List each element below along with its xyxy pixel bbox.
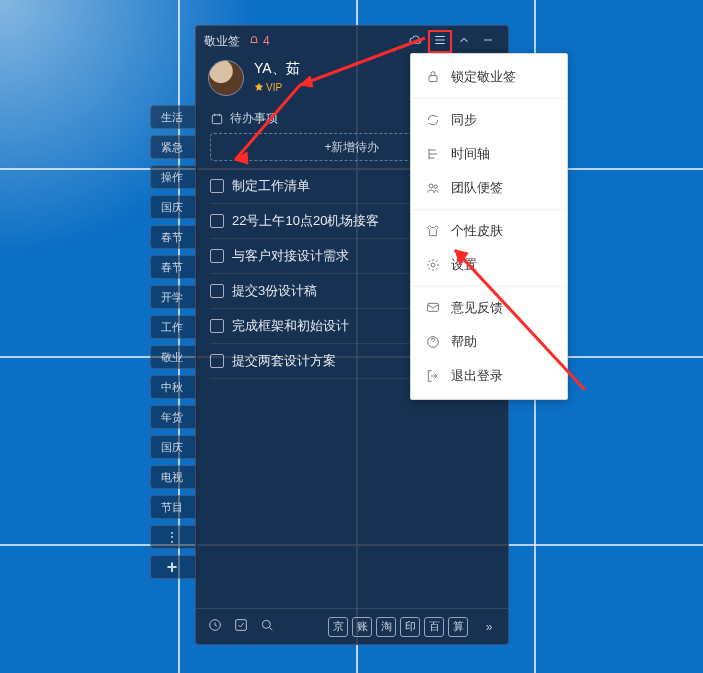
category-tab[interactable]: 节目 xyxy=(150,495,198,519)
avatar xyxy=(208,60,244,96)
menu-icon[interactable] xyxy=(428,30,452,53)
lock-icon xyxy=(425,69,441,85)
category-tab[interactable]: 操作 xyxy=(150,165,198,189)
menu-settings[interactable]: 设置 xyxy=(411,248,567,282)
shortcut-chip[interactable]: 百 xyxy=(424,617,444,637)
vip-badge: VIP xyxy=(254,82,282,93)
pin-icon[interactable] xyxy=(452,33,476,50)
titlebar: 敬业签 4 xyxy=(196,26,508,56)
timeline-icon xyxy=(425,146,441,162)
checkbox[interactable] xyxy=(210,284,224,298)
svg-point-7 xyxy=(431,263,435,267)
bottom-toolbar: 京账淘印百算 » xyxy=(196,608,508,644)
check-icon[interactable] xyxy=(232,617,250,636)
team-icon xyxy=(425,180,441,196)
todo-text: 制定工作清单 xyxy=(232,177,310,195)
checkbox[interactable] xyxy=(210,179,224,193)
shortcut-chip[interactable]: 印 xyxy=(400,617,420,637)
menu-lock[interactable]: 锁定敬业签 xyxy=(411,60,567,94)
clock-icon[interactable] xyxy=(206,617,224,636)
category-tabs: 生活紧急操作国庆春节春节开学工作敬业中秋年货国庆电视节目⋮+ xyxy=(150,105,198,579)
todo-text: 提交3份设计稿 xyxy=(232,282,317,300)
more-categories-icon[interactable]: ⋮ xyxy=(150,525,198,549)
app-title: 敬业签 xyxy=(204,33,240,50)
shortcut-chip[interactable]: 账 xyxy=(352,617,372,637)
category-tab[interactable]: 开学 xyxy=(150,285,198,309)
main-menu: 锁定敬业签 同步 时间轴 团队便签 个性皮肤 设置 意见反馈 帮助 退出登录 xyxy=(410,53,568,400)
sync-icon xyxy=(425,112,441,128)
checkbox[interactable] xyxy=(210,354,224,368)
user-name: YA、茹 xyxy=(254,60,300,78)
svg-rect-4 xyxy=(429,76,437,82)
todo-text: 提交两套设计方案 xyxy=(232,352,336,370)
expand-icon[interactable]: » xyxy=(480,620,498,634)
cloud-sync-icon[interactable] xyxy=(404,32,428,51)
notification-indicator[interactable]: 4 xyxy=(248,34,270,48)
category-tab[interactable]: 工作 xyxy=(150,315,198,339)
shortcut-chip[interactable]: 京 xyxy=(328,617,348,637)
svg-point-5 xyxy=(429,184,433,188)
svg-point-6 xyxy=(434,185,437,188)
gear-icon xyxy=(425,257,441,273)
svg-point-3 xyxy=(262,620,270,628)
category-tab[interactable]: 敬业 xyxy=(150,345,198,369)
help-icon xyxy=(425,334,441,350)
feedback-icon xyxy=(425,300,441,316)
menu-timeline[interactable]: 时间轴 xyxy=(411,137,567,171)
checkbox[interactable] xyxy=(210,214,224,228)
logout-icon xyxy=(425,368,441,384)
menu-feedback[interactable]: 意见反馈 xyxy=(411,291,567,325)
svg-rect-0 xyxy=(212,114,221,123)
search-icon[interactable] xyxy=(258,617,276,636)
category-tab[interactable]: 年货 xyxy=(150,405,198,429)
notification-count: 4 xyxy=(263,34,270,48)
todo-text: 完成框架和初始设计 xyxy=(232,317,349,335)
category-tab[interactable]: 生活 xyxy=(150,105,198,129)
todo-text: 与客户对接设计需求 xyxy=(232,247,349,265)
menu-logout[interactable]: 退出登录 xyxy=(411,359,567,393)
checkbox[interactable] xyxy=(210,319,224,333)
svg-rect-2 xyxy=(236,620,247,631)
category-tab[interactable]: 春节 xyxy=(150,255,198,279)
category-tab[interactable]: 春节 xyxy=(150,225,198,249)
menu-team[interactable]: 团队便签 xyxy=(411,171,567,205)
skin-icon xyxy=(425,223,441,239)
category-tab[interactable]: 中秋 xyxy=(150,375,198,399)
add-category-button[interactable]: + xyxy=(150,555,198,579)
shortcut-chip[interactable]: 算 xyxy=(448,617,468,637)
todo-text: 22号上午10点20机场接客 xyxy=(232,212,379,230)
menu-help[interactable]: 帮助 xyxy=(411,325,567,359)
shortcut-chip[interactable]: 淘 xyxy=(376,617,396,637)
checkbox[interactable] xyxy=(210,249,224,263)
category-tab[interactable]: 国庆 xyxy=(150,195,198,219)
category-tab[interactable]: 电视 xyxy=(150,465,198,489)
category-tab[interactable]: 紧急 xyxy=(150,135,198,159)
minimize-icon[interactable] xyxy=(476,33,500,50)
menu-skin[interactable]: 个性皮肤 xyxy=(411,214,567,248)
svg-rect-8 xyxy=(428,303,439,311)
category-tab[interactable]: 国庆 xyxy=(150,435,198,459)
menu-sync[interactable]: 同步 xyxy=(411,103,567,137)
